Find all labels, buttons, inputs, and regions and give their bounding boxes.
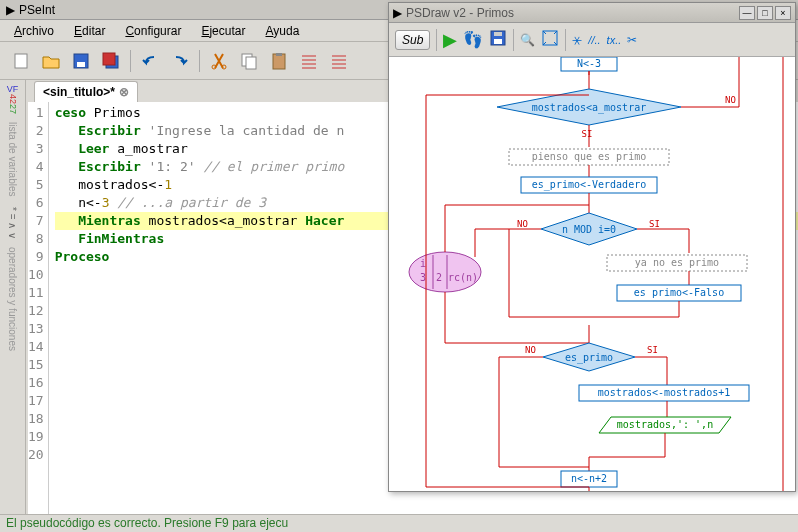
cut-icon[interactable]	[206, 48, 232, 74]
svg-rect-2	[77, 62, 85, 67]
minimize-button[interactable]: —	[739, 6, 755, 20]
tx-icon[interactable]: tx..	[607, 34, 622, 46]
side-lista[interactable]: lista de variables	[7, 122, 18, 196]
svg-text:N<-3: N<-3	[577, 58, 601, 69]
svg-text:n MOD i=0: n MOD i=0	[562, 224, 616, 235]
svg-text:ya no es primo: ya no es primo	[635, 257, 719, 268]
psdraw-window[interactable]: ▶ PSDraw v2 - Primos — □ × Sub ▶ 👣 🔍 ⚹ /…	[388, 2, 796, 492]
outdent-icon[interactable]	[326, 48, 352, 74]
open-icon[interactable]	[38, 48, 64, 74]
svg-text:es_primo<-Verdadero: es_primo<-Verdadero	[532, 179, 646, 191]
menu-ejecutar[interactable]: Ejecutar	[193, 22, 253, 40]
fit-icon[interactable]	[541, 29, 559, 50]
flowchart-canvas[interactable]: N<-3 mostrados<a_mostrar NO SI pienso qu…	[389, 57, 795, 491]
svg-rect-0	[15, 54, 27, 68]
svg-text:SI: SI	[649, 219, 660, 229]
close-icon[interactable]: ⊗	[119, 85, 129, 99]
flowchart-svg: N<-3 mostrados<a_mostrar NO SI pienso qu…	[389, 57, 795, 491]
svg-text:NO: NO	[525, 345, 536, 355]
gutter: 1234567891011121314151617181920	[28, 102, 49, 514]
svg-text:SI: SI	[647, 345, 658, 355]
saveall-icon[interactable]	[98, 48, 124, 74]
status-text: El pseudocódigo es correcto. Presione F9…	[6, 516, 288, 530]
indent-icon[interactable]	[296, 48, 322, 74]
svg-text:mostrados<-mostrados+1: mostrados<-mostrados+1	[598, 387, 730, 398]
side-27[interactable]: 27	[8, 104, 18, 114]
play-icon[interactable]: ▶	[443, 29, 457, 51]
svg-rect-13	[494, 32, 502, 36]
paste-icon[interactable]	[266, 48, 292, 74]
app-title: PSeInt	[19, 3, 55, 17]
side-ops[interactable]: operadores y funciones	[7, 247, 18, 351]
svg-rect-8	[246, 57, 256, 69]
svg-text:i: i	[420, 258, 426, 269]
tab-sin-titulo[interactable]: <sin_titulo>* ⊗	[34, 81, 138, 102]
close-button[interactable]: ×	[775, 6, 791, 20]
side-sym[interactable]: * = ∧ ∨	[7, 207, 18, 239]
app-icon: ▶	[6, 3, 15, 17]
svg-text:NO: NO	[517, 219, 528, 229]
step-icon[interactable]: 👣	[463, 30, 483, 49]
svg-rect-4	[103, 53, 115, 65]
save-icon[interactable]	[489, 29, 507, 50]
svg-text:mostrados<a_mostrar: mostrados<a_mostrar	[532, 102, 646, 114]
undo-icon[interactable]	[137, 48, 163, 74]
text-icon[interactable]: //..	[588, 34, 600, 46]
svg-text:n<-n+2: n<-n+2	[571, 473, 607, 484]
svg-text:mostrados,': ',n: mostrados,': ',n	[617, 419, 713, 430]
style-icon[interactable]: ✂	[627, 33, 637, 47]
svg-text:NO: NO	[725, 95, 736, 105]
psdraw-titlebar[interactable]: ▶ PSDraw v2 - Primos — □ ×	[389, 3, 795, 23]
svg-text:SI: SI	[582, 129, 593, 139]
menu-archivo[interactable]: Archivo	[6, 22, 62, 40]
psdraw-toolbar: Sub ▶ 👣 🔍 ⚹ //.. tx.. ✂	[389, 23, 795, 57]
svg-text:2: 2	[436, 272, 442, 283]
menu-editar[interactable]: Editar	[66, 22, 113, 40]
side-strip: VF 42 27 lista de variables * = ∧ ∨ oper…	[0, 80, 26, 520]
side-42[interactable]: 42	[8, 94, 18, 104]
side-vf[interactable]: VF	[7, 84, 19, 94]
svg-rect-12	[494, 39, 502, 44]
tab-label: <sin_titulo>*	[43, 85, 115, 99]
new-icon[interactable]	[8, 48, 34, 74]
menu-configurar[interactable]: Configurar	[117, 22, 189, 40]
svg-text:pienso que es primo: pienso que es primo	[532, 151, 646, 162]
svg-text:rc(n): rc(n)	[448, 272, 478, 283]
psdraw-icon: ▶	[393, 6, 402, 20]
menu-ayuda[interactable]: Ayuda	[257, 22, 307, 40]
sub-button[interactable]: Sub	[395, 30, 430, 50]
maximize-button[interactable]: □	[757, 6, 773, 20]
svg-text:es primo<-Falso: es primo<-Falso	[634, 287, 724, 298]
svg-rect-9	[273, 54, 285, 69]
psdraw-title: PSDraw v2 - Primos	[406, 6, 735, 20]
svg-text:es_primo: es_primo	[565, 352, 613, 364]
save-icon[interactable]	[68, 48, 94, 74]
redo-icon[interactable]	[167, 48, 193, 74]
copy-icon[interactable]	[236, 48, 262, 74]
svg-rect-10	[276, 53, 282, 56]
config-icon[interactable]: ⚹	[572, 33, 582, 47]
statusbar: El pseudocódigo es correcto. Presione F9…	[0, 514, 798, 532]
svg-text:3: 3	[420, 272, 426, 283]
zoom-icon[interactable]: 🔍	[520, 33, 535, 47]
